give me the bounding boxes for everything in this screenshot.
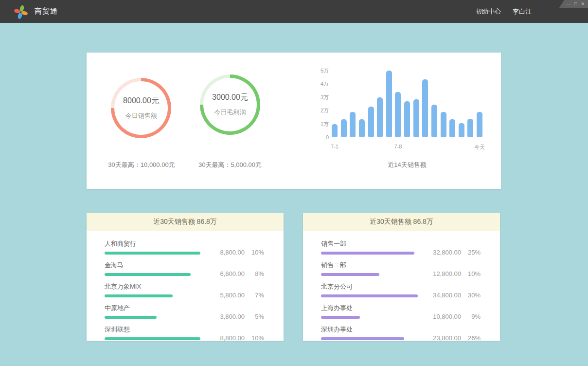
bar-chart-caption: 近14天销售额 [332, 161, 482, 169]
x-axis: 7-17-8今天 [332, 144, 482, 150]
rank-item-amount: 3,800.00 [209, 313, 245, 320]
donut-chart-today-sales: 8000.00元 今日销售额 [111, 78, 171, 138]
rank-item-percent: 10% [245, 249, 264, 256]
help-center-link[interactable]: 帮助中心 [476, 7, 501, 16]
rank-item-value: 3,800.00 5% [209, 313, 264, 320]
rank-item-percent: 10% [461, 270, 481, 277]
rank-row: 销售一部 32,800.00 25% [321, 239, 481, 255]
sales-bar [350, 112, 356, 137]
sales-30d-max-note: 30天最高：10,000.00元 [108, 161, 175, 169]
y-axis-tick: 2万 [321, 107, 329, 114]
customer-rank-header: 近30天销售额 86.8万 [87, 213, 284, 231]
rank-item-bar [321, 294, 418, 297]
today-summary-card: 8000.00元 今日销售额 30天最高：10,000.00元 3000.00元… [87, 53, 501, 189]
minimize-button[interactable]: — [566, 2, 570, 6]
rank-item-value: 10,800.00 9% [425, 313, 481, 320]
rank-item-bar [105, 316, 157, 319]
rank-row: 销售二部 12,800.00 10% [321, 261, 481, 276]
rank-row: 中原地产 3,800.00 5% [105, 304, 264, 319]
sales-bar [422, 79, 428, 137]
sales-bar [467, 119, 473, 137]
rank-item-percent: 30% [461, 292, 481, 299]
donut-center: 3000.00元 今日毛利润 [203, 78, 257, 131]
sales-bar [368, 107, 374, 137]
y-axis-tick: 3万 [321, 93, 329, 101]
rank-row: 人和商贸行 8,800.00 10% [105, 239, 264, 255]
rank-item-name: 北京万象MIX [105, 282, 209, 291]
sales-bar [477, 112, 482, 137]
rank-item-bar [321, 252, 414, 255]
rank-item-percent: 9% [461, 313, 481, 320]
rank-item-amount: 23,800.00 [425, 334, 461, 342]
rank-item-value: 5,800.00 7% [209, 292, 264, 299]
rank-item-value: 23,800.00 26% [425, 334, 481, 342]
rank-item-bar [105, 252, 200, 255]
sales-bar [441, 112, 446, 137]
department-rank-card: 近30天销售额 86.8万 销售一部 32,800.00 25% 销售二部 [303, 213, 500, 341]
sales-bar [413, 99, 419, 137]
window-controls: — □ ✕ [559, 0, 588, 8]
maximize-button[interactable]: □ [574, 2, 577, 6]
rank-item-name: 销售二部 [321, 261, 425, 270]
rank-item-value: 32,800.00 25% [425, 249, 481, 256]
x-axis-tick: 7-1 [331, 144, 339, 149]
y-axis-tick: 1万 [321, 120, 329, 128]
sales-bar [359, 119, 365, 137]
rank-item-name: 北京分公司 [321, 282, 425, 291]
sales-bar [431, 105, 437, 137]
rank-item-percent: 8% [245, 270, 264, 277]
rank-row: 北京万象MIX 5,800.00 7% [105, 282, 264, 297]
rank-item-value: 8,800.00 10% [209, 334, 264, 342]
topbar: 商贸通 帮助中心 李白江 — □ ✕ [0, 0, 588, 23]
sales-bar [386, 71, 392, 137]
rank-item-amount: 5,800.00 [209, 292, 245, 299]
sales-bar [395, 92, 401, 137]
profit-30d-max-note: 30天最高：5,000.00元 [198, 161, 262, 169]
pinwheel-logo-icon [14, 4, 28, 19]
sales-bar [341, 119, 347, 137]
rank-item-percent: 25% [461, 249, 481, 256]
rank-row: 上海办事处 10,800.00 9% [321, 304, 481, 319]
app-title: 商贸通 [35, 7, 58, 16]
rank-item-percent: 10% [245, 334, 264, 342]
rank-item-value: 6,800.00 8% [209, 270, 264, 277]
x-axis-tick: 7-8 [394, 144, 402, 149]
rank-item-name: 人和商贸行 [105, 239, 209, 248]
sales-bar [449, 119, 455, 137]
rank-item-amount: 12,800.00 [425, 270, 461, 277]
rank-item-amount: 8,800.00 [209, 249, 245, 256]
today-profit-value: 3000.00元 [212, 92, 248, 103]
customer-rank-list: 人和商贸行 8,800.00 10% 金海马 6,800.00 8% [87, 231, 284, 340]
rank-item-value: 12,800.00 10% [425, 270, 481, 277]
topbar-menu: 帮助中心 李白江 [476, 7, 532, 16]
rank-item-name: 深圳联想 [105, 325, 209, 334]
rank-item-name: 上海办事处 [321, 304, 425, 312]
rank-item-bar [105, 337, 200, 340]
rank-item-name: 深圳办事处 [321, 325, 425, 334]
rank-item-amount: 6,800.00 [209, 270, 245, 277]
rank-row: 深圳办事处 23,800.00 26% [321, 325, 481, 340]
app-window: 商贸通 帮助中心 李白江 — □ ✕ 8000.00元 今日销售额 30天最高：… [0, 0, 588, 366]
y-axis-tick: 5万 [321, 67, 329, 74]
rank-item-bar [321, 316, 360, 319]
rank-item-value: 8,800.00 10% [209, 249, 264, 256]
sales-bar [459, 123, 464, 137]
username-menu[interactable]: 李白江 [513, 7, 532, 16]
rank-item-name: 中原地产 [105, 304, 209, 312]
donut-chart-today-profit: 3000.00元 今日毛利润 [200, 74, 260, 135]
rank-item-amount: 8,800.00 [209, 334, 245, 342]
y-axis: 5万4万3万2万1万0 [311, 71, 329, 137]
rank-item-bar [105, 294, 173, 297]
rank-item-percent: 7% [245, 292, 264, 299]
x-axis-tick: 今天 [474, 144, 485, 151]
rank-item-value: 34,800.00 30% [425, 292, 481, 299]
close-button[interactable]: ✕ [581, 2, 585, 6]
sales-bar [404, 101, 410, 137]
sales-bar [332, 124, 338, 137]
rank-item-amount: 34,800.00 [425, 292, 461, 299]
bar-plot [332, 71, 482, 137]
rank-row: 金海马 6,800.00 8% [105, 261, 264, 276]
today-sales-value: 8000.00元 [123, 96, 159, 106]
sales-bar [377, 97, 383, 137]
rank-item-bar [321, 273, 379, 276]
